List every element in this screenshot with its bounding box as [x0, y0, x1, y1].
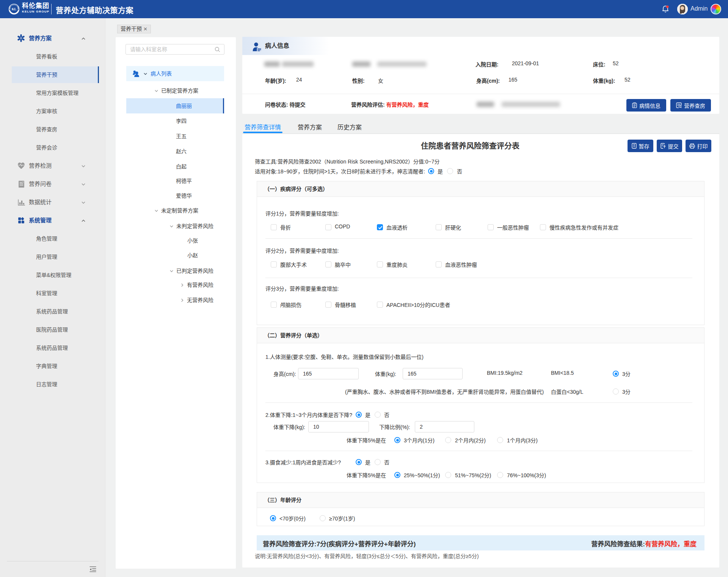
- svg-text:KL: KL: [12, 7, 17, 11]
